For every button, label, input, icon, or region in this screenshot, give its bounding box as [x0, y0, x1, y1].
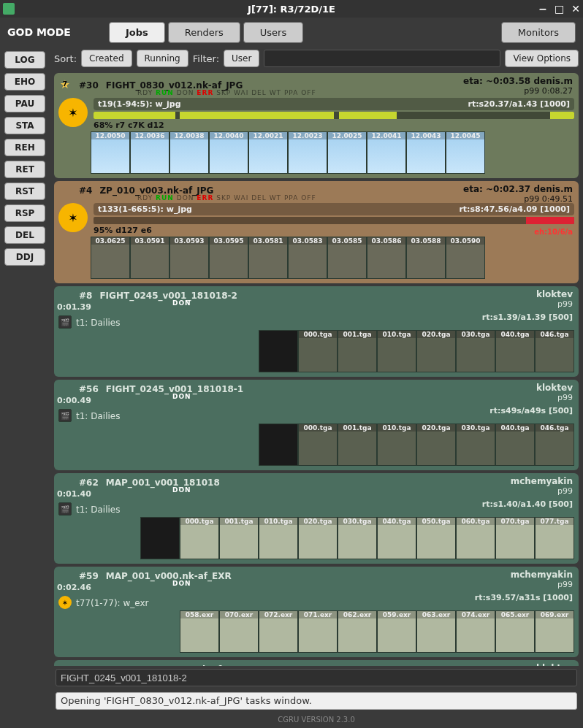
close-button[interactable]: ✕ [571, 3, 580, 15]
thumbnail[interactable]: 03.0590 [446, 237, 485, 279]
thumbnail[interactable]: 020.tga [298, 517, 338, 559]
tab-users[interactable]: Users [243, 22, 303, 43]
side-btn-rst[interactable]: RST [4, 183, 45, 200]
thumbnail[interactable]: 03.0581 [248, 237, 288, 279]
thumbnail[interactable] [259, 330, 298, 372]
thumbnail[interactable]: 03.0583 [288, 237, 327, 279]
primary-tabs: Jobs Renders Users [109, 22, 303, 43]
side-btn-del[interactable]: DEL [4, 226, 45, 244]
filter-user[interactable]: User [224, 50, 259, 67]
thumbnail[interactable]: 020.tga [416, 424, 456, 466]
thumbnail[interactable]: 030.tga [338, 517, 377, 559]
thumbnail[interactable]: 074.exr [456, 610, 495, 653]
thumbnail[interactable]: 12.0040 [209, 131, 248, 174]
thumbnail[interactable]: 040.tga [377, 517, 416, 559]
maximize-button[interactable]: □ [555, 3, 564, 15]
thumbnail[interactable]: 010.tga [377, 424, 416, 466]
thumbnail[interactable]: 040.tga [495, 424, 535, 466]
thumbnail[interactable]: 065.exr [495, 610, 535, 653]
job-item[interactable]: #60FIGHT_0245_v001.nk-af_EXR-1kloktevp99… [54, 660, 579, 666]
minimize-button[interactable]: − [538, 3, 547, 15]
thumbnail[interactable]: 12.0021 [248, 131, 288, 174]
tab-monitors[interactable]: Monitors [501, 22, 576, 43]
thumbnail[interactable]: 03.0593 [169, 237, 209, 279]
thumbnail[interactable]: 001.tga [338, 330, 377, 372]
job-item[interactable]: #8FIGHT_0245_v001_181018-2kloktevp990:01… [54, 286, 579, 377]
thumbnail[interactable]: 059.exr [377, 610, 416, 653]
side-btn-ret[interactable]: RET [4, 161, 45, 178]
side-btn-sta[interactable]: STA [4, 117, 45, 134]
thumbnail[interactable]: 069.exr [535, 610, 574, 653]
thumbnail[interactable] [140, 517, 180, 559]
thumbnail[interactable]: 046.tga [535, 330, 574, 372]
thumbnail[interactable]: 060.tga [456, 517, 495, 559]
thumbnail[interactable]: 12.0036 [130, 131, 169, 174]
sort-created[interactable]: Created [81, 50, 132, 67]
thumbnail[interactable]: 070.exr [219, 610, 259, 653]
runtime-stats: rt:s49s/a49s [500] [489, 406, 573, 415]
thumbnail[interactable] [259, 424, 298, 466]
thumbnail[interactable]: 010.tga [377, 330, 416, 372]
view-options-button[interactable]: View Options [505, 50, 579, 67]
thumbnail[interactable]: 12.0025 [327, 131, 367, 174]
side-btn-ddj[interactable]: DDJ [4, 248, 45, 266]
selection-input[interactable] [56, 669, 577, 686]
tab-renders[interactable]: Renders [168, 22, 240, 43]
side-btn-reh[interactable]: REH [4, 139, 45, 156]
thumbnail[interactable]: 12.0038 [169, 131, 209, 174]
thumbnail-strip: 12.005012.003612.003812.004012.002112.00… [91, 131, 574, 174]
elapsed-time: 0:01.40 [57, 489, 91, 499]
thumbnail[interactable]: 12.0043 [406, 131, 446, 174]
thumbnail[interactable]: 03.0625 [91, 237, 130, 279]
side-btn-eho[interactable]: EHO [4, 73, 45, 91]
thumbnail[interactable]: 03.0591 [130, 237, 169, 279]
thumbnail[interactable]: 030.tga [456, 330, 495, 372]
thumbnail[interactable]: 12.0023 [288, 131, 327, 174]
thumbnail[interactable]: 12.0050 [91, 131, 130, 174]
thumbnail[interactable]: 077.tga [535, 517, 574, 559]
job-item[interactable]: ★7#30FIGHT_0830_v012.nk-af_JPGeta: ~0:03… [54, 73, 579, 178]
thumbnail[interactable]: 063.exr [416, 610, 456, 653]
thumbnail[interactable]: 030.tga [456, 424, 495, 466]
thumbnail[interactable]: 040.tga [495, 330, 535, 372]
tab-jobs[interactable]: Jobs [109, 22, 165, 43]
thumbnail[interactable]: 03.0585 [327, 237, 367, 279]
thumbnail[interactable]: 000.tga [298, 424, 338, 466]
thumbnail[interactable]: 12.0045 [446, 131, 485, 174]
thumbnail[interactable]: 03.0595 [209, 237, 248, 279]
nuke-icon [58, 98, 88, 127]
thumbnail-label: 060.tga [457, 518, 495, 525]
filter-input[interactable] [264, 50, 500, 67]
thumbnail[interactable]: 050.tga [416, 517, 456, 559]
thumbnail-label: 072.exr [259, 611, 297, 618]
thumbnail[interactable]: 072.exr [259, 610, 298, 653]
side-btn-pau[interactable]: PAU [4, 95, 45, 112]
thumbnail[interactable]: 062.exr [338, 610, 377, 653]
thumbnail[interactable]: 070.tga [495, 517, 535, 559]
job-number: #4 [79, 185, 92, 196]
thumbnail[interactable]: 020.tga [416, 330, 456, 372]
job-item[interactable]: #56FIGHT_0245_v001_181018-1kloktevp990:0… [54, 380, 579, 470]
job-number: #59 [79, 571, 99, 581]
thumbnail[interactable]: 058.exr [180, 610, 219, 653]
thumbnail[interactable]: 03.0586 [367, 237, 406, 279]
sidebar: LOG EHO PAU STA REH RET RST RSP DEL DDJ [0, 47, 50, 728]
thumbnail[interactable]: 000.tga [298, 330, 338, 372]
thumbnail[interactable]: 12.0041 [367, 131, 406, 174]
side-btn-rsp[interactable]: RSP [4, 204, 45, 222]
thumbnail[interactable]: 03.0588 [406, 237, 446, 279]
sort-running[interactable]: Running [137, 50, 188, 67]
thumbnail[interactable]: 001.tga [219, 517, 259, 559]
job-list[interactable]: ★7#30FIGHT_0830_v012.nk-af_JPGeta: ~0:03… [50, 70, 583, 666]
thumbnail[interactable]: 046.tga [535, 424, 574, 466]
thumbnail[interactable]: 071.exr [298, 610, 338, 653]
job-item[interactable]: #4ZP_010_v003.nk-af_JPGeta: ~0:02.37 den… [54, 181, 579, 283]
thumbnail[interactable]: 001.tga [338, 424, 377, 466]
runtime-stats: rt:s39.57/a31s [1000] [475, 593, 573, 602]
job-title: FIGHT_0245_v001.nk-af_EXR-1 [106, 664, 255, 666]
thumbnail[interactable]: 000.tga [180, 517, 219, 559]
job-item[interactable]: #62MAP_001_v001_181018mchemyakinp990:01.… [54, 473, 579, 564]
thumbnail[interactable]: 010.tga [259, 517, 298, 559]
side-btn-log[interactable]: LOG [4, 51, 45, 69]
job-item[interactable]: #59MAP_001_v000.nk-af_EXRmchemyakinp990:… [54, 567, 579, 657]
